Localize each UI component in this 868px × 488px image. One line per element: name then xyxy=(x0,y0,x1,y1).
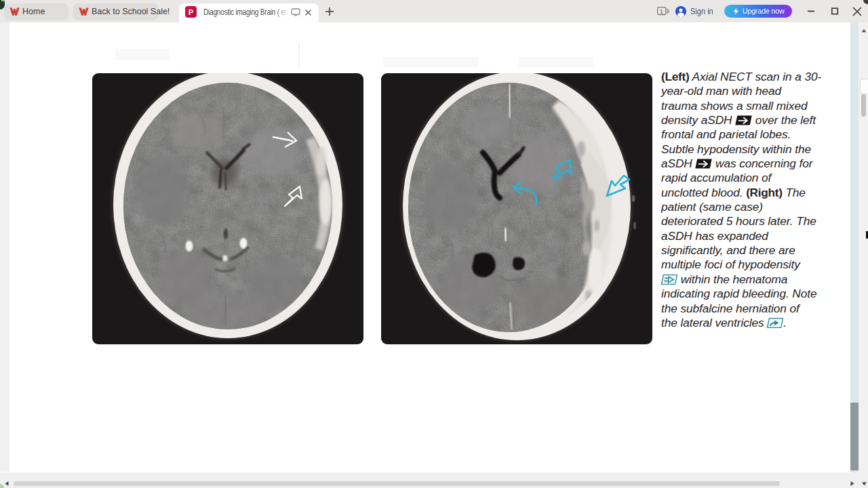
svg-text:1: 1 xyxy=(660,8,663,15)
svg-text:P: P xyxy=(189,8,193,16)
